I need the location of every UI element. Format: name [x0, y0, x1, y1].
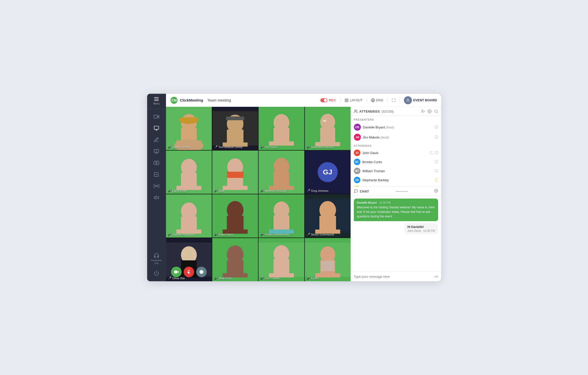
person-face-1: [166, 107, 212, 150]
svg-point-96: [435, 110, 437, 113]
presenter-icons-2: [435, 135, 438, 139]
video-cell-5[interactable]: 🎤Daria Smith: [166, 151, 212, 194]
mic-control-button[interactable]: [184, 267, 194, 277]
settings-attendees-icon[interactable]: [428, 109, 432, 113]
event-board-label: EVENT BOARD: [413, 98, 437, 102]
monitor-icon-1: [435, 125, 438, 129]
attendee-row-john-davis: JD John Davis: [351, 148, 441, 157]
camera-control-button[interactable]: [171, 267, 182, 277]
sidebar-item-broadcast[interactable]: [154, 181, 159, 191]
video-name-5: 🎤Daria Smith: [168, 189, 187, 192]
chat-text-1: Welcome to the Getting Started webinar! …: [357, 205, 435, 219]
video-name-16: 🎤Kyoko: [307, 276, 319, 280]
svg-rect-89: [315, 273, 340, 277]
mic-ctrl-icon: [187, 270, 191, 274]
video-cell-9[interactable]: 🎤Gianna Youngmen: [166, 194, 212, 238]
chat-input[interactable]: [354, 275, 434, 278]
video-name-2: 🎤Tom Bowsun (Host): [214, 145, 243, 149]
rec-button[interactable]: REC: [320, 98, 336, 102]
chat-messages: Danielle Bryant 12:30 PM Welcome to the …: [351, 196, 441, 271]
sidebar-nav: [154, 109, 159, 250]
presenters-only-button[interactable]: Presenters only: [149, 253, 164, 265]
menu-button[interactable]: Menu: [147, 94, 166, 109]
chat-reply-time-1: 12:30 PM: [423, 229, 435, 232]
presenters-section-label: PRESENTERS: [351, 116, 441, 122]
add-attendee-icon[interactable]: [421, 109, 425, 113]
person-face-7: [259, 151, 304, 194]
right-panel: ATTENDEES (32/100) PRESENTERS DB: [351, 107, 441, 281]
attendee-row-william-truman: WT William Truman: [351, 166, 441, 175]
event-board-button[interactable]: EVENT BOARD: [404, 96, 437, 104]
svg-point-37: [323, 120, 326, 122]
user-avatar: [404, 96, 412, 104]
send-icon: [434, 274, 438, 278]
video-container: 🎤Dorothy Smith 🎤Tom Bow: [166, 107, 441, 281]
attendees-list: PRESENTERS DB Danielle Bryant (host): [351, 116, 441, 187]
video-cell-4[interactable]: 🎤Stephania Barkley: [305, 107, 351, 150]
svg-text:CM: CM: [171, 98, 177, 102]
video-cell-15[interactable]: 🎤Eve Truman: [259, 238, 304, 281]
svg-point-16: [407, 99, 408, 100]
attendee-icons-bc: [435, 160, 438, 164]
person-face-6: [212, 151, 258, 194]
header-controls: REC LAYOUT ENG: [320, 96, 437, 104]
sidebar-item-power[interactable]: [149, 268, 164, 278]
video-name-15: 🎤Eve Truman: [261, 276, 280, 280]
presenter-name-1: Danielle Bryant (host): [363, 125, 433, 129]
svg-rect-98: [435, 126, 438, 128]
headset-icon: [154, 253, 159, 258]
layout-button[interactable]: LAYOUT: [345, 98, 363, 102]
attendee-icons-jd: [430, 151, 438, 155]
youtube-icon: [154, 160, 159, 166]
svg-rect-23: [179, 118, 198, 122]
person-face-9: [166, 194, 212, 238]
person-face-12: [305, 194, 351, 238]
svg-rect-13: [345, 101, 346, 102]
sidebar-item-youtube[interactable]: [154, 158, 159, 168]
chat-sender-1: Danielle Bryant: [357, 201, 377, 204]
fullscreen-button[interactable]: [392, 98, 396, 102]
video-name-12: 🎤Simon Greenwood: [307, 233, 334, 236]
video-cell-10[interactable]: 🎤Adam Davis: [212, 194, 258, 238]
settings-control-button[interactable]: [196, 267, 207, 277]
attendee-avatar-sb: SB: [354, 177, 360, 183]
video-cell-1[interactable]: 🎤Dorothy Smith: [166, 107, 212, 150]
svg-rect-90: [321, 261, 334, 271]
sidebar-item-announce[interactable]: [154, 192, 159, 203]
chat-settings-button[interactable]: [434, 189, 438, 194]
video-cell-6[interactable]: 🎤Sally: [212, 151, 258, 194]
video-cell-3[interactable]: 🎤Phil Green: [259, 107, 304, 150]
layout-icon: [345, 98, 349, 102]
video-cell-8[interactable]: GJ 🎤Greg Johnson: [305, 151, 351, 194]
video-cell-7[interactable]: 🎤Matthew Setsuna: [259, 151, 304, 194]
chat-send-button[interactable]: [434, 274, 438, 279]
avatar-circle-gj: GJ: [318, 162, 338, 182]
attendee-name-wt: William Truman: [362, 169, 433, 173]
sidebar-item-draw[interactable]: [154, 134, 159, 145]
sidebar-item-camera[interactable]: [154, 111, 159, 122]
video-name-14: 🎤Shah Khan: [214, 276, 232, 280]
sidebar-item-screenare[interactable]: [154, 146, 159, 157]
video-cell-12[interactable]: 🎤Simon Greenwood: [305, 194, 351, 238]
svg-rect-101: [435, 136, 438, 138]
sidebar-item-survey[interactable]: [154, 169, 159, 180]
video-cell-13[interactable]: 🎤Olivia Otis: [166, 238, 212, 281]
layout-label: LAYOUT: [350, 98, 363, 102]
svg-point-92: [422, 110, 423, 111]
search-attendees-icon[interactable]: [434, 109, 438, 113]
svg-line-97: [437, 112, 438, 113]
video-cell-14[interactable]: 🎤Shah Khan: [212, 238, 258, 281]
sidebar-item-present[interactable]: [154, 123, 159, 133]
video-cell-16[interactable]: 🎤Kyoko: [305, 238, 351, 281]
menu-label: Menu: [153, 102, 159, 105]
lang-button[interactable]: ENG: [371, 98, 383, 102]
announce-icon: [154, 195, 159, 200]
chat-message-meta-1: Danielle Bryant 12:30 PM: [357, 201, 435, 204]
video-cell-11[interactable]: 🎤Paula Leśniakowsky: [259, 194, 304, 238]
person-face-14: [212, 238, 258, 281]
video-cell-2[interactable]: 🎤Tom Bowsun (Host): [212, 107, 258, 150]
settings-ctrl-icon: [199, 270, 204, 274]
globe-icon: [371, 98, 375, 102]
presenter-row-1: DB Danielle Bryant (host): [351, 122, 441, 132]
attendees-section-label: ATTENDEES: [351, 142, 441, 148]
